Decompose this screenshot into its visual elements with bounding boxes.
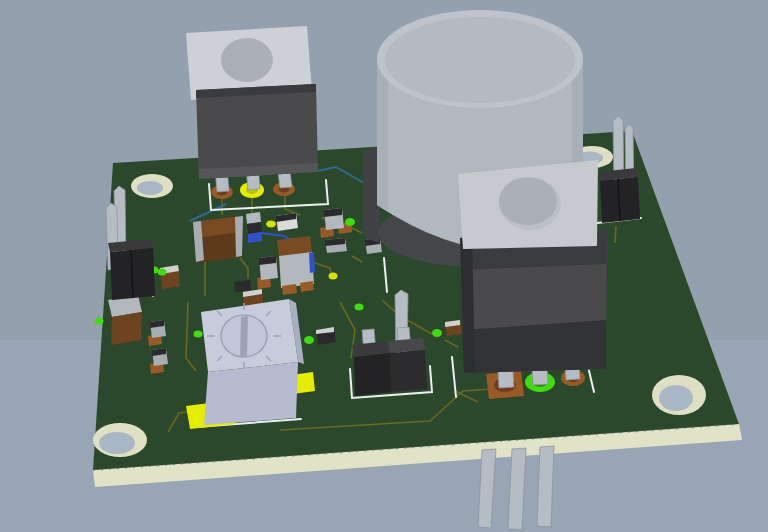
pcb-3d-viewport[interactable]	[0, 0, 768, 532]
green-pad-dot	[194, 331, 203, 338]
green-pad-dot	[345, 218, 355, 226]
chip-with-blue-pad	[246, 212, 262, 243]
boxed-capacitor-left	[108, 295, 142, 345]
capacitor-front	[111, 312, 142, 345]
green-pad-dot	[355, 304, 364, 311]
capacitor-top-face	[385, 17, 575, 103]
chip-body	[234, 280, 251, 292]
chip-body	[247, 222, 262, 234]
yellow-pad-dot	[329, 273, 338, 280]
to220-transistor-right	[458, 160, 607, 399]
yellow-pad-dot	[266, 221, 276, 228]
mounting-hole-bottom-left	[93, 423, 147, 457]
boxed-capacitor-brown-top	[277, 236, 315, 295]
hole-opening	[99, 432, 135, 454]
blue-stripe	[309, 252, 315, 273]
pcb-3d-viewer-window	[0, 0, 768, 532]
green-pad-dot	[158, 269, 167, 276]
through-hole-pins	[478, 446, 554, 530]
green-pad-dot	[304, 336, 314, 344]
small-chip	[325, 238, 347, 253]
capacitor-base-shadow	[363, 147, 379, 243]
hole-opening	[659, 385, 693, 411]
header-body	[354, 353, 391, 396]
mounting-hole-top-left	[131, 174, 173, 198]
chip-top	[246, 212, 261, 224]
green-pad-dot	[432, 329, 442, 337]
green-pad-dot	[95, 318, 104, 325]
header-body	[390, 350, 427, 392]
capacitor-side-shade	[377, 60, 388, 212]
mounting-hole-bottom-right	[652, 375, 706, 415]
protruding-pin	[537, 446, 554, 527]
dial-slot	[240, 316, 248, 357]
to220-transistor-left	[186, 26, 318, 199]
heatsink-tab-hole	[499, 177, 557, 225]
trimmer-front-face	[204, 362, 298, 425]
tantalum-capacitor-large	[193, 216, 243, 263]
hole-opening	[137, 181, 163, 195]
heatsink-tab-hole	[221, 38, 273, 82]
capacitor-end-cap	[235, 216, 243, 257]
